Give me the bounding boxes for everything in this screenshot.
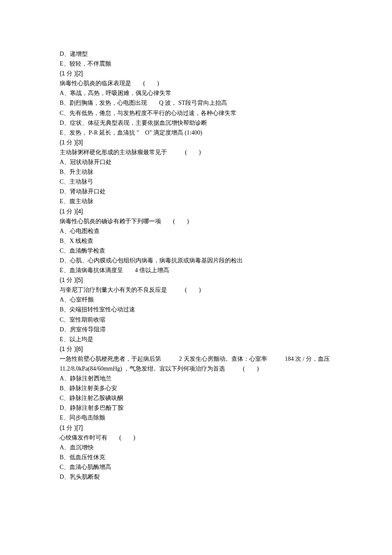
option-e: E、血清病毒抗体滴度呈 4 倍以上增高 — [60, 265, 337, 275]
option-c: C、血清心肌酶增高 — [60, 462, 337, 472]
option-d: D、心肌、心内膜或心包组织内病毒，病毒抗原或病毒基因片段的检出 — [60, 256, 337, 265]
option-a: A、心室纤颤 — [60, 295, 337, 305]
option-b: B、X 线检查 — [60, 236, 337, 246]
option-a: A、心电图检查 — [60, 226, 337, 236]
option-e: E、发热， P-R 延长，血清抗 " O" 滴定度增高 (1:400) — [60, 128, 337, 138]
question-2-stem: 病毒性心肌炎的临床表现是 ( ) — [60, 78, 337, 88]
question-5-stem: 与奎尼丁治疗剂量大小有关的不良反应是 ( ) — [60, 285, 337, 295]
option-e: E、较轻，不伴震颤 — [60, 59, 337, 69]
score-marker-7: (1 分 )[7] — [60, 423, 337, 433]
question-7-stem: 心绞痛发作时可有 ( ) — [60, 433, 337, 443]
option-a: A、寒战，高热，呼吸困难，偶见心律失常 — [60, 88, 337, 98]
question-6-stem: 一急性前壁心肌梗死患者，于起病后第 2 天发生心房颤动。查体：心室率 184 次… — [60, 354, 337, 374]
score-marker-3: (1 分 )[3] — [60, 138, 337, 147]
option-c: C、先有低热，倦怠，与发热程度不平行的心动过速，各种心律失常 — [60, 108, 337, 118]
option-a: A、冠状动脉开口处 — [60, 157, 337, 167]
option-e: E、腹主动脉 — [60, 196, 337, 206]
option-d: D、递增型 — [60, 49, 337, 59]
option-b: B、升主动脉 — [60, 167, 337, 177]
score-marker-6: (1 分 )[6] — [60, 344, 337, 354]
option-b: B、低血压性休克 — [60, 452, 337, 462]
score-marker-5: (1 分 )[5] — [60, 275, 337, 285]
option-d: D、肾动脉开口处 — [60, 187, 337, 196]
option-d: D、房室传导阻滞 — [60, 325, 337, 334]
option-c: C、静脉注射乙胺碘呋酮 — [60, 393, 337, 403]
option-b: B、尖端扭转性室性心动过速 — [60, 305, 337, 314]
option-b: B、静脉注射美多心安 — [60, 383, 337, 393]
option-d: D、乳头肌断裂 — [60, 472, 337, 482]
option-a: A、静脉注射西地兰 — [60, 374, 337, 383]
score-marker-2: (1 分 )[2] — [60, 69, 337, 78]
score-marker-4: (1 分 )[4] — [60, 207, 337, 216]
option-d: D、症状、体征无典型表现，主要依据血沉增快帮助诊断 — [60, 118, 337, 128]
option-c: C、主动脉弓 — [60, 177, 337, 187]
question-3-stem: 主动脉粥样硬化形成的主动脉瘤最常见于 ( ) — [60, 147, 337, 157]
option-e: E、以上均是 — [60, 334, 337, 344]
option-d: D、静脉注射多巴酚丁胺 — [60, 403, 337, 413]
option-e: E、同步电击除颤 — [60, 413, 337, 423]
option-c: C、血清酶学检查 — [60, 246, 337, 256]
option-c: C、室性期前收缩 — [60, 315, 337, 325]
question-4-stem: 病毒性心肌炎的确诊有赖于下列哪一项 ( ) — [60, 216, 337, 226]
option-a: A、血沉增快 — [60, 443, 337, 452]
option-b: B、剧烈胸痛，发热，心电图出现 Q 波， ST段弓背向上抬高 — [60, 98, 337, 108]
